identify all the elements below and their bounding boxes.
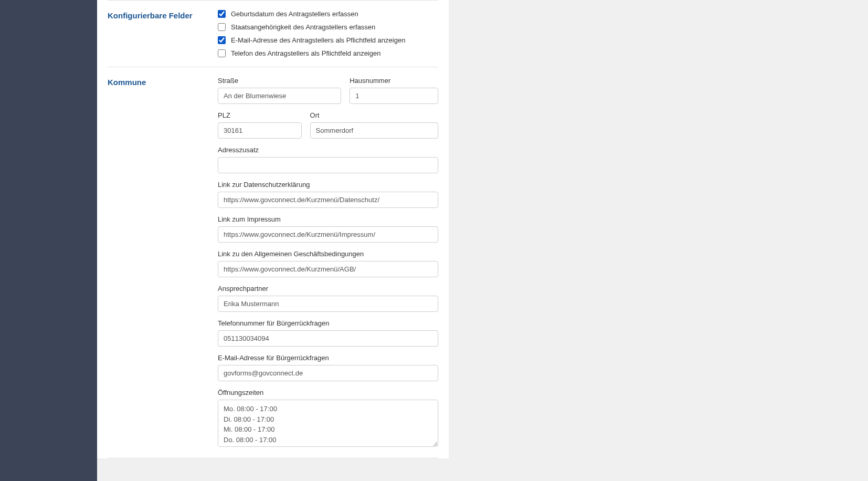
strasse-input[interactable]	[218, 88, 341, 104]
ansprechpartner-input[interactable]	[218, 296, 438, 312]
email-label: E-Mail-Adresse für Bürgerrückfragen	[218, 354, 438, 362]
hausnummer-label: Hausnummer	[350, 77, 438, 85]
telefon-input[interactable]	[218, 330, 438, 347]
section-configurable: Konfigurierbare Felder Geburtsdatum des …	[108, 0, 438, 67]
checkbox-birthdate[interactable]: Geburtsdatum des Antragstellers erfassen	[218, 10, 438, 18]
ort-input[interactable]	[310, 122, 438, 139]
checkbox-email-required-input[interactable]	[218, 36, 226, 44]
checkbox-phone-required-input[interactable]	[218, 49, 226, 57]
checkbox-email-required-label: E-Mail-Adresse des Antragstellers als Pf…	[231, 36, 405, 44]
checkbox-phone-required-label: Telefon des Antragstellers als Pflichtfe…	[231, 49, 380, 57]
checkbox-nationality-input[interactable]	[218, 23, 226, 31]
kommune-body: Straße Hausnummer PLZ Ort	[218, 77, 438, 448]
configurable-body: Geburtsdatum des Antragstellers erfassen…	[218, 10, 438, 57]
plz-input[interactable]	[218, 122, 302, 139]
oeffnungszeiten-label: Öffnungszeiten	[218, 389, 438, 396]
main-area: Konfigurierbare Felder Geburtsdatum des …	[97, 0, 868, 481]
checkbox-nationality-label: Staatsangehörigkeit des Antragstellers e…	[231, 23, 375, 31]
oeffnungszeiten-input[interactable]	[218, 400, 438, 447]
strasse-label: Straße	[218, 77, 341, 85]
datenschutz-input[interactable]	[218, 192, 438, 208]
ort-label: Ort	[310, 111, 438, 119]
ansprechpartner-label: Ansprechpartner	[218, 285, 438, 292]
telefon-label: Telefonnummer für Bürgerrückfragen	[218, 319, 438, 327]
adresszusatz-label: Adresszusatz	[218, 146, 438, 154]
section-title-kommune: Kommune	[108, 77, 218, 448]
datenschutz-label: Link zur Datenschutzerklärung	[218, 181, 438, 189]
section-title-configurable: Konfigurierbare Felder	[108, 10, 218, 57]
section-kommune: Kommune Straße Hausnummer PLZ	[108, 67, 438, 458]
checkbox-phone-required[interactable]: Telefon des Antragstellers als Pflichtfe…	[218, 49, 438, 57]
checkbox-nationality[interactable]: Staatsangehörigkeit des Antragstellers e…	[218, 23, 438, 31]
sidebar	[0, 0, 97, 481]
hausnummer-input[interactable]	[350, 88, 438, 104]
checkbox-birthdate-input[interactable]	[218, 10, 226, 18]
plz-label: PLZ	[218, 111, 302, 119]
agb-input[interactable]	[218, 261, 438, 277]
email-input[interactable]	[218, 365, 438, 381]
content-card: Konfigurierbare Felder Geburtsdatum des …	[97, 0, 449, 458]
checkbox-birthdate-label: Geburtsdatum des Antragstellers erfassen	[231, 10, 358, 18]
checkbox-email-required[interactable]: E-Mail-Adresse des Antragstellers als Pf…	[218, 36, 438, 44]
agb-label: Link zu den Allgemeinen Geschäftsbedingu…	[218, 250, 438, 258]
impressum-label: Link zum Impressum	[218, 215, 438, 223]
impressum-input[interactable]	[218, 226, 438, 243]
adresszusatz-input[interactable]	[218, 157, 438, 173]
